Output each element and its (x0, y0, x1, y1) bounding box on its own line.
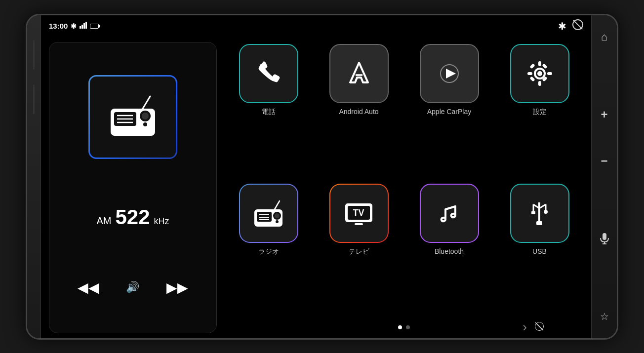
car-head-unit: 13:00 ✱ ✱ (26, 14, 618, 340)
app-icon-phone (239, 44, 298, 103)
svg-point-28 (275, 213, 280, 218)
svg-rect-21 (529, 63, 535, 69)
favorites-button[interactable]: ☆ (596, 308, 613, 325)
svg-point-4 (143, 122, 147, 126)
zoom-in-button[interactable]: + (596, 106, 613, 123)
radio-unit: kHz (154, 216, 169, 227)
radio-frequency-number: 522 (115, 205, 150, 229)
no-smoking-icon (535, 321, 544, 334)
app-label-android-auto: Android Auto (339, 107, 378, 116)
radio-controls: ◀◀ 🔊 ▶▶ (59, 275, 206, 300)
radio-frequency: AM 522 kHz (96, 205, 169, 229)
radio-band: AM (96, 215, 111, 227)
app-label-settings: 設定 (533, 107, 547, 116)
app-label-tv: テレビ (349, 247, 369, 256)
main-screen: 13:00 ✱ ✱ (41, 15, 591, 338)
svg-rect-20 (547, 72, 552, 75)
status-bar: 13:00 ✱ ✱ (41, 15, 591, 37)
app-item-usb[interactable]: USB (498, 184, 581, 256)
svg-rect-45 (531, 211, 535, 214)
pagination-right: › (523, 319, 544, 335)
zoom-out-button[interactable]: − (596, 152, 613, 170)
battery-icon (90, 22, 99, 30)
app-icon-bluetooth (420, 184, 479, 243)
signal-icon (80, 22, 87, 30)
status-right: ✱ (558, 19, 583, 33)
svg-line-39 (445, 206, 455, 209)
svg-rect-49 (603, 233, 606, 240)
app-grid-area: 電話 Android Auto (225, 42, 583, 333)
svg-rect-48 (536, 221, 542, 225)
radio-icon-container (88, 75, 177, 159)
app-icon-usb (510, 184, 569, 243)
svg-marker-14 (446, 69, 456, 78)
app-icon-apple-carplay (420, 44, 479, 103)
svg-text:TV: TV (353, 208, 364, 218)
app-icon-settings (510, 44, 569, 103)
app-item-phone[interactable]: 電話 (227, 44, 310, 116)
svg-point-29 (276, 220, 279, 223)
app-icon-radio (239, 184, 298, 243)
home-button[interactable]: ⌂ (596, 28, 613, 46)
app-item-bluetooth[interactable]: Bluetooth (407, 184, 491, 256)
app-grid-row2: ラジオ TV テレビ (225, 182, 583, 258)
svg-line-8 (143, 96, 150, 109)
time-display: 13:00 (49, 22, 68, 30)
main-content: AM 522 kHz ◀◀ 🔊 ▶▶ (41, 37, 591, 338)
next-track-button[interactable]: ▶▶ (162, 275, 192, 300)
status-left: 13:00 ✱ (49, 22, 99, 30)
app-icon-android-auto (329, 44, 389, 103)
pagination-dots (398, 325, 410, 329)
app-label-radio: ラジオ (258, 247, 279, 256)
svg-rect-19 (527, 72, 532, 75)
dot-1 (398, 325, 402, 329)
app-item-apple-carplay[interactable]: Apple CarPlay (407, 44, 491, 116)
svg-rect-22 (542, 63, 547, 69)
pagination-bar: › (225, 321, 583, 333)
microphone-button[interactable] (596, 230, 613, 247)
app-icon-tv: TV (329, 184, 389, 243)
svg-rect-37 (355, 223, 363, 225)
svg-point-47 (544, 210, 548, 214)
svg-line-33 (275, 201, 280, 209)
radio-icon (108, 94, 158, 140)
svg-marker-9 (350, 63, 368, 82)
bluetooth-top-right-icon: ✱ (558, 20, 566, 32)
left-strip (27, 15, 41, 338)
dot-2 (406, 325, 410, 329)
no-photo-icon (572, 19, 583, 33)
app-label-phone: 電話 (262, 107, 276, 116)
bluetooth-status-icon: ✱ (71, 22, 77, 30)
app-item-tv[interactable]: TV テレビ (317, 184, 401, 256)
svg-rect-17 (538, 61, 541, 66)
app-grid-row1: 電話 Android Auto (225, 42, 583, 118)
app-item-settings[interactable]: 設定 (498, 44, 581, 116)
app-item-android-auto[interactable]: Android Auto (317, 44, 401, 116)
volume-button[interactable]: 🔊 (122, 277, 143, 298)
svg-rect-18 (538, 81, 541, 86)
radio-panel[interactable]: AM 522 kHz ◀◀ 🔊 ▶▶ (49, 42, 217, 333)
prev-track-button[interactable]: ◀◀ (74, 275, 103, 300)
next-page-arrow[interactable]: › (523, 319, 527, 335)
app-label-bluetooth: Bluetooth (435, 247, 464, 256)
app-item-radio[interactable]: ラジオ (227, 184, 310, 256)
svg-point-3 (142, 113, 149, 119)
right-strip: ⌂ + − ☆ (591, 15, 617, 338)
svg-rect-23 (529, 76, 535, 81)
svg-point-16 (537, 71, 542, 76)
app-label-usb: USB (532, 247, 547, 256)
app-label-apple-carplay: Apple CarPlay (427, 107, 472, 116)
